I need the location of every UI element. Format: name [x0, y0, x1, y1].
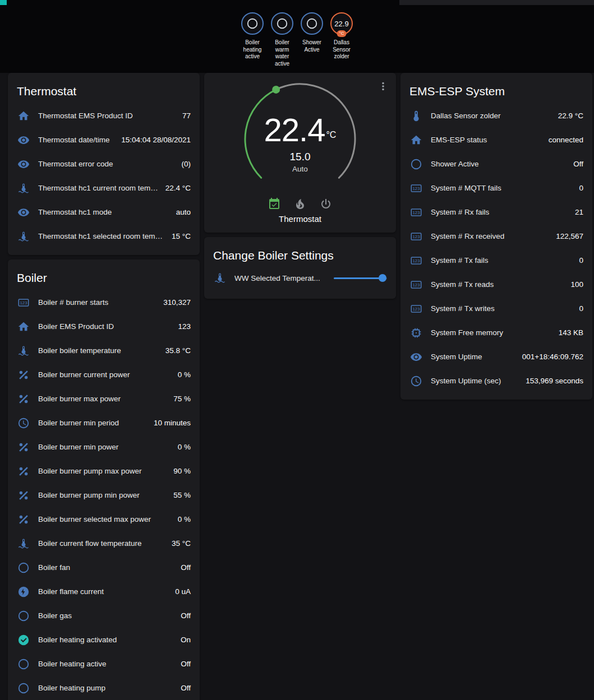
entity-row[interactable]: Boiler heating pumpOff — [8, 676, 200, 700]
entity-value: 0 uA — [175, 587, 191, 596]
entity-row[interactable]: Thermostat EMS Product ID77 — [8, 104, 200, 128]
entity-label: Boiler # burner starts — [38, 298, 163, 307]
entity-row[interactable]: Boiler burner min power0 % — [8, 435, 200, 459]
circle-outline-icon — [306, 17, 318, 30]
badge-boiler-warm-water-active[interactable]: Boiler warm water active — [268, 12, 297, 67]
entity-value: Off — [181, 684, 191, 692]
entity-row[interactable]: Thermostat error code(0) — [8, 152, 200, 176]
entity-row[interactable]: 123System # MQTT fails0 — [400, 176, 592, 200]
mode-buttons — [204, 197, 396, 211]
badge-shower-active[interactable]: Shower Active — [298, 12, 326, 67]
hvac-mode-label: Auto — [241, 165, 360, 173]
entity-label: Boiler gas — [38, 611, 181, 620]
entity-value: 90 % — [173, 467, 191, 475]
badge-circle[interactable] — [301, 12, 323, 35]
entity-row[interactable]: Boiler EMS Product ID123 — [8, 314, 200, 339]
entity-row[interactable]: Boiler gasOff — [8, 604, 200, 628]
power-icon[interactable] — [319, 197, 333, 211]
entity-row[interactable]: Thermostat hc1 selected room temper...15… — [8, 224, 200, 248]
entity-value: 77 — [182, 112, 191, 120]
entity-row[interactable]: Boiler burner pump max power90 % — [8, 459, 200, 483]
entity-row[interactable]: 123System # Tx fails0 — [400, 248, 592, 272]
slider-fill — [334, 277, 383, 279]
badge-unit: °C — [337, 30, 347, 37]
calendar-check-icon[interactable] — [268, 197, 281, 211]
counter-icon: 123 — [17, 296, 30, 309]
entity-row[interactable]: Boiler burner max power75 % — [8, 387, 200, 411]
entity-row[interactable]: 123System # Rx received122,567 — [400, 224, 592, 248]
entity-label: Boiler EMS Product ID — [38, 322, 178, 331]
entity-row[interactable]: Boiler heating activatedOn — [8, 628, 200, 652]
boiler-card: Boiler 123Boiler # burner starts310,327B… — [8, 259, 200, 700]
entity-row[interactable]: Thermostat hc1 modeauto — [8, 200, 200, 224]
entity-value: Off — [181, 660, 191, 668]
fire-icon[interactable] — [293, 197, 307, 211]
entity-value: 35.8 °C — [165, 346, 191, 355]
ww-temperature-slider[interactable] — [334, 277, 387, 279]
entity-row[interactable]: Boiler burner selected max power0 % — [8, 507, 200, 531]
entity-list: Thermostat EMS Product ID77Thermostat da… — [8, 104, 200, 255]
middle-column: 22.4°C 15.0 Auto Thermostat Change Boile… — [204, 73, 396, 303]
entity-row[interactable]: Boiler heating activeOff — [8, 652, 200, 676]
entity-label: Boiler burner max power — [38, 395, 173, 403]
entity-row[interactable]: System Uptime001+18:46:09.762 — [400, 345, 592, 369]
badge-circle[interactable] — [241, 12, 264, 35]
circle-outline-icon — [409, 157, 423, 171]
entity-row[interactable]: Shower ActiveOff — [400, 152, 592, 176]
entity-value: 0 — [579, 184, 583, 192]
entity-label: System Uptime (sec) — [431, 377, 526, 385]
entity-row[interactable]: Boiler burner pump min power55 % — [8, 483, 200, 507]
entity-row[interactable]: Boiler burner current power0 % — [8, 363, 200, 387]
entity-label: System # Tx fails — [431, 256, 579, 265]
entity-row[interactable]: Boiler fanOff — [8, 555, 200, 580]
entity-row[interactable]: System Uptime (sec)153,969 seconds — [400, 369, 592, 393]
top-header: Boiler heating activeBoiler warm water a… — [0, 0, 594, 73]
circle-outline-icon — [17, 657, 30, 671]
badge-circle[interactable]: 22.9°C — [330, 12, 353, 35]
entity-row[interactable]: Boiler flame current0 uA — [8, 580, 200, 604]
entity-label: Thermostat hc1 mode — [38, 208, 176, 216]
percent-icon — [17, 392, 30, 406]
entity-row[interactable]: Boiler boiler temperature35.8 °C — [8, 339, 200, 363]
badge-boiler-heating-active[interactable]: Boiler heating active — [238, 12, 267, 67]
flash-circle-icon — [17, 585, 30, 599]
coolant-thermometer-icon — [213, 271, 227, 285]
thermostat-gauge-card: 22.4°C 15.0 Auto Thermostat — [204, 73, 396, 233]
entity-row[interactable]: Boiler burner min period10 minutes — [8, 411, 200, 435]
entity-label: Boiler burner current power — [38, 370, 178, 379]
more-options-icon[interactable] — [377, 80, 389, 92]
entity-value: 21 — [575, 208, 583, 216]
svg-text:123: 123 — [413, 306, 420, 311]
entity-row[interactable]: 123System # Rx fails21 — [400, 200, 592, 224]
entity-row[interactable]: Dallas Sensor zolder22.9 °C — [400, 104, 592, 128]
coolant-thermometer-icon — [17, 344, 30, 358]
badge-dallas-sensor-zolder[interactable]: 22.9°CDallas Sensor zolder — [328, 12, 356, 67]
slider-knob[interactable] — [379, 274, 386, 282]
entity-row[interactable]: 123System # Tx writes0 — [400, 296, 592, 321]
entity-label: Boiler burner pump min power — [38, 491, 173, 499]
entity-label: Boiler burner min power — [38, 443, 178, 451]
entity-label: System # Rx received — [431, 232, 556, 240]
entity-value: 0 % — [178, 515, 191, 523]
entity-label: Thermostat error code — [38, 160, 182, 168]
entity-row[interactable]: Thermostat date/time15:04:04 28/08/2021 — [8, 128, 200, 152]
thermostat-dial[interactable]: 22.4°C 15.0 Auto — [241, 80, 360, 189]
entity-row[interactable]: 123System # Tx reads100 — [400, 272, 592, 296]
badge-circle[interactable] — [271, 12, 293, 35]
entity-label: Shower Active — [431, 160, 573, 168]
entity-row[interactable]: 123Boiler # burner starts310,327 — [8, 290, 200, 314]
clock-icon — [17, 416, 30, 430]
entity-row[interactable]: System Free memory143 KB — [400, 321, 592, 345]
entity-list: Dallas Sensor zolder22.9 °CEMS-ESP statu… — [400, 104, 592, 400]
percent-icon — [17, 368, 30, 382]
entity-row[interactable]: Boiler current flow temperature35 °C — [8, 531, 200, 555]
entity-label: Boiler flame current — [38, 587, 175, 596]
entity-value: 55 % — [173, 491, 191, 499]
entity-row[interactable]: Thermostat hc1 current room temper...22.… — [8, 176, 200, 200]
entity-value: 15 °C — [172, 232, 191, 240]
top-strip — [399, 0, 594, 5]
entity-label: System # Tx writes — [431, 304, 579, 313]
entity-row[interactable]: EMS-ESP statusconnected — [400, 128, 592, 152]
badge-label: Dallas Sensor zolder — [328, 39, 356, 61]
eye-icon — [17, 157, 30, 171]
